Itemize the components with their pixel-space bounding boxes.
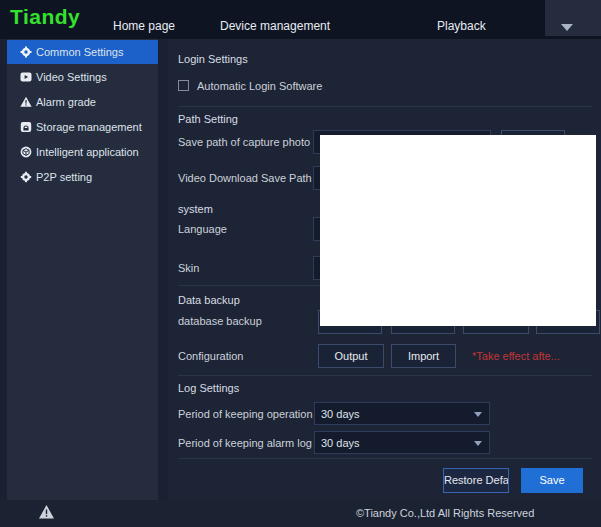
operation-log-select[interactable]: 30 days bbox=[314, 402, 490, 425]
automatic-login-checkbox[interactable] bbox=[178, 80, 189, 91]
output-button[interactable]: Output bbox=[318, 344, 384, 368]
video-download-path-label: Video Download Save Path bbox=[178, 172, 312, 184]
language-label: Language bbox=[178, 223, 227, 235]
sidebar: Common Settings Video Settings Alarm gra… bbox=[7, 39, 158, 500]
import-button[interactable]: Import bbox=[391, 344, 456, 368]
sidebar-item-label: Video Settings bbox=[36, 71, 107, 83]
section-divider bbox=[178, 458, 592, 459]
alarm-log-select[interactable]: 30 days bbox=[314, 431, 490, 454]
section-divider bbox=[178, 375, 592, 376]
capture-path-label: Save path of capture photo bbox=[178, 136, 310, 148]
sidebar-item-label: Storage management bbox=[36, 121, 142, 133]
system-header: system bbox=[178, 203, 213, 215]
sidebar-item-intelligent-application[interactable]: Intelligent application bbox=[7, 139, 158, 164]
white-overlay-box bbox=[320, 135, 596, 326]
sidebar-item-label: Common Settings bbox=[36, 46, 123, 58]
tab-playback[interactable]: Playback bbox=[437, 19, 486, 33]
topbar: Tiandy Home page Device management Playb… bbox=[0, 0, 601, 39]
skin-label: Skin bbox=[178, 262, 199, 274]
tab-device-management[interactable]: Device management bbox=[220, 19, 330, 33]
p2p-gear-icon bbox=[20, 171, 32, 183]
sidebar-item-video-settings[interactable]: Video Settings bbox=[7, 64, 158, 89]
topbar-menu-button[interactable] bbox=[545, 0, 601, 36]
configuration-label: Configuration bbox=[178, 350, 243, 362]
operation-log-label: Period of keeping operation log bbox=[178, 408, 330, 420]
tiandy-logo: Tiandy bbox=[10, 5, 80, 29]
cube-icon bbox=[20, 146, 32, 158]
storage-icon bbox=[20, 121, 32, 133]
sidebar-item-p2p-setting[interactable]: P2P setting bbox=[7, 164, 158, 189]
app-window: Tiandy Home page Device management Playb… bbox=[0, 0, 601, 527]
video-icon bbox=[20, 71, 32, 83]
gear-icon bbox=[20, 46, 32, 58]
sidebar-item-label: Alarm grade bbox=[36, 96, 96, 108]
sidebar-item-alarm-grade[interactable]: Alarm grade bbox=[7, 89, 158, 114]
chevron-down-icon bbox=[474, 412, 482, 417]
sidebar-item-common-settings[interactable]: Common Settings bbox=[7, 40, 158, 64]
sidebar-item-storage-management[interactable]: Storage management bbox=[7, 114, 158, 139]
alarm-warning-icon[interactable] bbox=[38, 504, 55, 520]
alarm-triangle-icon bbox=[20, 96, 32, 108]
save-button[interactable]: Save bbox=[521, 468, 583, 493]
take-effect-notice: *Take effect afte... bbox=[472, 350, 560, 362]
data-backup-header: Data backup bbox=[178, 294, 240, 306]
chevron-down-icon bbox=[561, 24, 573, 31]
log-settings-header: Log Settings bbox=[178, 382, 239, 394]
tab-home-page[interactable]: Home page bbox=[113, 19, 175, 33]
chevron-down-icon bbox=[474, 441, 482, 446]
alarm-log-value: 30 days bbox=[321, 437, 360, 449]
operation-log-value: 30 days bbox=[321, 408, 360, 420]
footer: ©Tiandy Co.,Ltd All Rights Reserved bbox=[0, 500, 601, 527]
path-setting-header: Path Setting bbox=[178, 113, 238, 125]
sidebar-item-label: Intelligent application bbox=[36, 146, 139, 158]
automatic-login-label: Automatic Login Software bbox=[197, 80, 322, 92]
database-backup-label: database backup bbox=[178, 315, 262, 327]
copyright-text: ©Tiandy Co.,Ltd All Rights Reserved bbox=[356, 507, 534, 519]
restore-default-button[interactable]: Restore Defaul bbox=[443, 468, 509, 493]
section-divider bbox=[178, 106, 592, 107]
login-settings-header: Login Settings bbox=[178, 53, 248, 65]
sidebar-item-label: P2P setting bbox=[36, 171, 92, 183]
alarm-log-label: Period of keeping alarm log bbox=[178, 437, 312, 449]
